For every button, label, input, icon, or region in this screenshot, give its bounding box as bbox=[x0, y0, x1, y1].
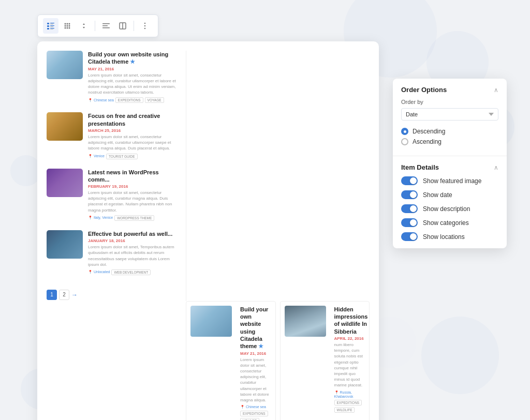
svg-rect-1 bbox=[50, 23, 54, 23]
list-item-text: Lorem ipsum dolor sit amet, consectetur … bbox=[88, 72, 179, 96]
show-locations-toggle[interactable]: Show locations bbox=[401, 232, 498, 241]
list-item-title: Effective but powerful as well... bbox=[88, 230, 179, 237]
list-item-title: Build your own website using Citadela th… bbox=[88, 51, 179, 66]
list-item-date: MAY 21, 2016 bbox=[88, 67, 179, 71]
sort-button[interactable] bbox=[76, 18, 92, 34]
list-item-text: Lorem ipsum dolor sit amet, Temporibus a… bbox=[88, 244, 179, 267]
top-card-image-2 bbox=[285, 306, 326, 337]
page-next-button[interactable]: → bbox=[71, 291, 78, 298]
item-details-chevron-icon[interactable]: ∧ bbox=[494, 164, 498, 171]
toggle-categories-switch[interactable] bbox=[401, 218, 418, 227]
page-1-button[interactable]: 1 bbox=[47, 290, 57, 300]
order-chevron-icon[interactable]: ∧ bbox=[494, 86, 498, 94]
box-button[interactable] bbox=[115, 18, 130, 34]
sort-radio-group: Descending Ascending bbox=[401, 128, 498, 145]
svg-point-24 bbox=[144, 25, 145, 26]
toolbar-divider-2 bbox=[134, 21, 134, 31]
svg-point-17 bbox=[69, 27, 70, 29]
page-2-button[interactable]: 2 bbox=[59, 290, 69, 300]
list-item-text: Lorem ipsum dolor sit amet, consectetur … bbox=[88, 134, 179, 152]
ascending-radio-indicator bbox=[401, 138, 408, 145]
order-section-header: Order Options ∧ bbox=[401, 86, 498, 94]
list-pagination: 1 2 → bbox=[47, 284, 179, 301]
ascending-label: Ascending bbox=[413, 138, 441, 145]
order-options-title: Order Options bbox=[401, 86, 447, 94]
svg-point-16 bbox=[67, 27, 68, 29]
show-categories-toggle[interactable]: Show categories bbox=[401, 218, 498, 227]
list-item-tags: 📍 Italy, Venice WORDPRESS THEME bbox=[88, 215, 179, 221]
toggle-description-switch[interactable] bbox=[401, 204, 418, 213]
list-item: Build your own website using Citadela th… bbox=[47, 51, 179, 103]
order-section: Order Options ∧ Order by Date Title Auth… bbox=[393, 79, 507, 156]
item-details-section: Item Details ∧ Show featured image Show … bbox=[393, 156, 507, 248]
svg-point-9 bbox=[65, 23, 66, 25]
descending-radio-indicator bbox=[401, 128, 408, 135]
list-item-tags: 📍 Chinese sea EXPEDITIONS VOYAGE bbox=[88, 97, 179, 103]
list-item-image bbox=[47, 169, 83, 197]
list-item-image bbox=[47, 51, 83, 79]
location-tag: 📍 Chinese sea bbox=[88, 98, 114, 102]
top-card-title-2: Hidden impressions of wildlife In Sibber… bbox=[334, 306, 368, 335]
location-tag: 📍 Italy, Venice bbox=[88, 216, 113, 220]
order-by-select[interactable]: Date Title Author Modified bbox=[401, 108, 498, 121]
show-date-toggle[interactable]: Show date bbox=[401, 190, 498, 199]
item-details-title: Item Details bbox=[401, 163, 439, 171]
toggle-description-label: Show description bbox=[423, 205, 470, 213]
more-options-button[interactable] bbox=[137, 18, 153, 34]
svg-rect-4 bbox=[50, 25, 54, 26]
grid-view-panel: Build your own website using Citadela th… bbox=[186, 301, 370, 420]
toggle-date-switch[interactable] bbox=[401, 190, 418, 199]
toolbar-divider-1 bbox=[95, 21, 95, 31]
svg-point-10 bbox=[67, 23, 68, 25]
list-item-tags: 📍 Unlocated WEB DEVELOPMENT bbox=[88, 269, 179, 275]
toggle-featured-image-switch[interactable] bbox=[401, 176, 418, 185]
list-item-title: Latest news in WordPress comm... bbox=[88, 169, 179, 184]
location-tag: 📍 Unlocated bbox=[88, 270, 110, 274]
toggle-featured-image-label: Show featured image bbox=[423, 177, 481, 185]
order-by-label: Order by bbox=[401, 99, 498, 105]
list-view-button[interactable] bbox=[43, 18, 58, 34]
top-card-text: Lorem ipsum dolor sit amet, consectetur … bbox=[240, 357, 271, 403]
toggle-locations-label: Show locations bbox=[423, 233, 465, 241]
list-item: Effective but powerful as well... JANUAR… bbox=[47, 230, 179, 275]
align-button[interactable] bbox=[98, 18, 114, 34]
show-description-toggle[interactable]: Show description bbox=[401, 204, 498, 213]
toggle-locations-switch[interactable] bbox=[401, 232, 418, 241]
list-item-date: JANUARY 18, 2016 bbox=[88, 238, 179, 243]
list-item-image bbox=[47, 112, 83, 141]
svg-rect-8 bbox=[50, 29, 53, 29]
grid-dots-button[interactable] bbox=[60, 18, 75, 34]
descending-radio[interactable]: Descending bbox=[401, 128, 498, 135]
top-card-text-2: num libero tempore, cum soluta nobis est… bbox=[334, 342, 368, 388]
list-item-image bbox=[47, 230, 83, 259]
list-item-title: Focus on free and creative presentations bbox=[88, 112, 179, 127]
list-view-panel: Build your own website using Citadela th… bbox=[47, 51, 186, 301]
list-item-text: Lorem ipsum dolor sit amet, consectetur … bbox=[88, 190, 179, 213]
list-item-tags: 📍 Venice TOURIST GUIDE bbox=[88, 154, 179, 159]
svg-rect-5 bbox=[50, 26, 53, 27]
ascending-radio[interactable]: Ascending bbox=[401, 138, 498, 145]
svg-rect-7 bbox=[50, 28, 54, 28]
svg-point-12 bbox=[65, 25, 66, 27]
show-featured-image-toggle[interactable]: Show featured image bbox=[401, 176, 498, 185]
toggle-categories-label: Show categories bbox=[423, 219, 469, 227]
list-item: Focus on free and creative presentations… bbox=[47, 112, 179, 159]
svg-point-23 bbox=[144, 23, 145, 24]
list-item: Latest news in WordPress comm... FEBRUAR… bbox=[47, 169, 179, 221]
svg-point-25 bbox=[144, 28, 145, 29]
top-card-image bbox=[190, 306, 232, 337]
list-item-date: FEBRUARY 19, 2016 bbox=[88, 184, 179, 189]
svg-rect-2 bbox=[50, 24, 53, 24]
descending-label: Descending bbox=[413, 128, 445, 135]
svg-point-14 bbox=[69, 25, 70, 27]
toggle-date-label: Show date bbox=[423, 191, 452, 199]
top-card-date: MAY 21, 2016 bbox=[240, 351, 271, 356]
top-card-title: Build your own website using Citadela th… bbox=[240, 306, 271, 350]
svg-point-15 bbox=[65, 27, 66, 29]
svg-point-11 bbox=[69, 23, 70, 25]
svg-rect-18 bbox=[102, 23, 110, 24]
item-details-header: Item Details ∧ bbox=[401, 163, 498, 171]
top-card-tags-2: 📍 Russia, Khabarovsk EXPEDITIONS WILDLIF… bbox=[334, 391, 368, 413]
list-item-date: MARCH 25, 2016 bbox=[88, 128, 179, 133]
order-options-panel: Order Options ∧ Order by Date Title Auth… bbox=[393, 79, 507, 248]
